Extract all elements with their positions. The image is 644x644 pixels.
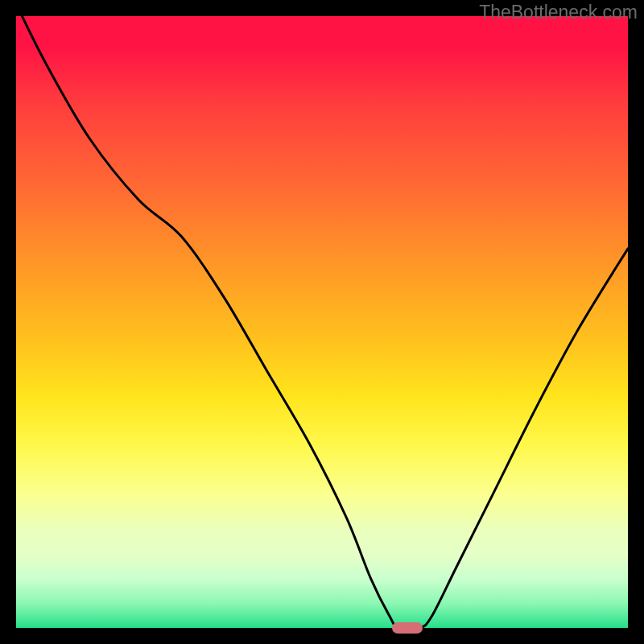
bottleneck-curve <box>16 16 628 628</box>
curve-svg <box>16 16 628 628</box>
optimal-marker <box>392 622 423 634</box>
plot-area <box>16 16 628 628</box>
watermark-text: TheBottleneck.com <box>479 2 638 23</box>
chart-frame: TheBottleneck.com <box>0 0 644 644</box>
